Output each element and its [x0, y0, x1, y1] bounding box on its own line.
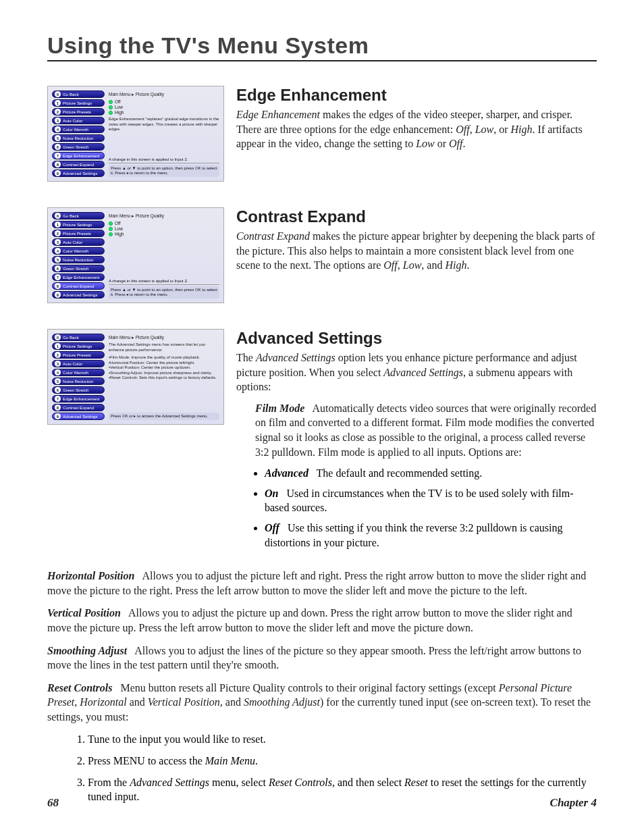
- option-low: Low: [109, 105, 219, 109]
- menu-item-go-back: 0Go Back: [52, 90, 105, 98]
- menu-item-green-stretch: 6Green Stretch: [52, 265, 105, 272]
- option-on: On Used in circumstances when the TV is …: [265, 486, 597, 515]
- body-advanced-settings: The Advanced Settings option lets you en…: [236, 350, 597, 394]
- reset-step: Tune to the input you would like to rese…: [88, 732, 597, 747]
- menu-item-noise-reduction: 5Noise Reduction: [52, 134, 105, 142]
- option-off: Off: [109, 99, 219, 104]
- chapter-label: Chapter 4: [550, 796, 597, 810]
- option-off: Off Use this setting if you think the re…: [265, 521, 597, 550]
- menu-item-contrast-expand: 8Contrast Expand: [52, 161, 105, 168]
- option-high: High: [109, 110, 219, 115]
- option-advanced: Advanced The default and recommended set…: [265, 466, 597, 481]
- screenshot-advanced-settings: 0Go Back1Picture Settings2Picture Preset…: [47, 329, 224, 425]
- menu-item-go-back: 0Go Back: [52, 334, 105, 341]
- screenshot-edge-enhancement: 0Go Back1Picture Settings2Picture Preset…: [47, 86, 224, 182]
- section-contrast-expand: 0Go Back1Picture Settings2Picture Preset…: [47, 207, 597, 310]
- menu-item-noise-reduction: 5Noise Reduction: [52, 256, 105, 263]
- menu-item-color-warmth: 4Color Warmth: [52, 247, 105, 255]
- menu-instructions: Press ▲ or ▼ to point to an option, then…: [109, 165, 219, 177]
- menu-item-picture-settings: 1Picture Settings: [52, 342, 105, 350]
- menu-item-auto-color: 3Auto Color: [52, 238, 105, 246]
- body-edge-enhancement: Edge Enhancement makes the edges of the …: [236, 107, 597, 151]
- menu-item-go-back: 0Go Back: [52, 212, 105, 219]
- section-advanced-settings: 0Go Back1Picture Settings2Picture Preset…: [47, 329, 597, 556]
- menu-item-green-stretch: 6Green Stretch: [52, 143, 105, 151]
- page-number: 68: [47, 796, 59, 810]
- menu-item-contrast-expand: 8Contrast Expand: [52, 282, 105, 290]
- reset-step: Press MENU to access the Main Menu.: [88, 754, 597, 768]
- body-horizontal-position: Horizontal Position Allows you to adjust…: [47, 569, 597, 598]
- section-edge-enhancement: 0Go Back1Picture Settings2Picture Preset…: [47, 86, 597, 188]
- menu-item-advanced-settings: 9Advanced Settings: [52, 291, 105, 298]
- menu-instructions: Press ▲ or ▼ to point to an option, then…: [109, 286, 219, 298]
- menu-item-edge-enhancement: 7Edge Enhancement: [52, 395, 105, 402]
- menu-description: Edge Enhancement "replaces" gradual edge…: [109, 117, 219, 132]
- menu-item-color-warmth: 4Color Warmth: [52, 126, 105, 133]
- body-film-mode: Film Mode Automatically detects video so…: [255, 401, 597, 459]
- menu-item-picture-presets: 2Picture Presets: [52, 230, 105, 237]
- option-low: Low: [109, 226, 219, 231]
- body-reset-controls: Reset Controls Menu button resets all Pi…: [47, 681, 597, 725]
- menu-bullet-lines: •Film Mode: Improve the quality of movie…: [109, 355, 219, 381]
- menu-item-auto-color: 3Auto Color: [52, 117, 105, 124]
- menu-note: A change in this screen is applied to In…: [109, 279, 219, 285]
- menu-item-auto-color: 3Auto Color: [52, 360, 105, 367]
- menu-instructions: Press OK or ▸ to access the Advanced Set…: [109, 413, 219, 420]
- body-contrast-expand: Contrast Expand makes the picture appear…: [236, 229, 597, 273]
- menu-item-color-warmth: 4Color Warmth: [52, 369, 105, 376]
- body-vertical-position: Vertical Position Allows you to adjust t…: [47, 606, 597, 635]
- menu-note: A change in this screen is applied to In…: [109, 157, 219, 163]
- menu-item-contrast-expand: 8Contrast Expand: [52, 404, 105, 411]
- menu-item-green-stretch: 6Green Stretch: [52, 386, 105, 394]
- screenshot-contrast-expand: 0Go Back1Picture Settings2Picture Preset…: [47, 207, 224, 303]
- reset-steps-list: Tune to the input you would like to rese…: [47, 732, 597, 804]
- heading-edge-enhancement: Edge Enhancement: [236, 86, 597, 105]
- menu-item-noise-reduction: 5Noise Reduction: [52, 377, 105, 385]
- menu-item-edge-enhancement: 7Edge Enhancement: [52, 273, 105, 281]
- menu-description: The Advanced Settings menu has screens t…: [109, 342, 219, 353]
- heading-contrast-expand: Contrast Expand: [236, 207, 597, 226]
- option-off: Off: [109, 221, 219, 226]
- breadcrumb: Main Menu ▸ Picture Quality: [109, 213, 219, 219]
- menu-item-picture-presets: 2Picture Presets: [52, 108, 105, 115]
- menu-item-edge-enhancement: 7Edge Enhancement: [52, 152, 105, 159]
- menu-item-advanced-settings: 9Advanced Settings: [52, 413, 105, 420]
- option-high: High: [109, 232, 219, 236]
- film-mode-options-list: Advanced The default and recommended set…: [236, 466, 597, 550]
- heading-advanced-settings: Advanced Settings: [236, 329, 597, 348]
- menu-item-picture-settings: 1Picture Settings: [52, 99, 105, 107]
- breadcrumb: Main Menu ▸ Picture Quality: [109, 335, 219, 340]
- body-smoothing-adjust: Smoothing Adjust Allows you to adjust th…: [47, 644, 597, 673]
- chapter-title: Using the TV's Menu System: [47, 32, 597, 61]
- menu-item-picture-presets: 2Picture Presets: [52, 351, 105, 359]
- menu-item-advanced-settings: 9Advanced Settings: [52, 170, 105, 177]
- menu-item-picture-settings: 1Picture Settings: [52, 221, 105, 228]
- breadcrumb: Main Menu ▸ Picture Quality: [109, 92, 219, 97]
